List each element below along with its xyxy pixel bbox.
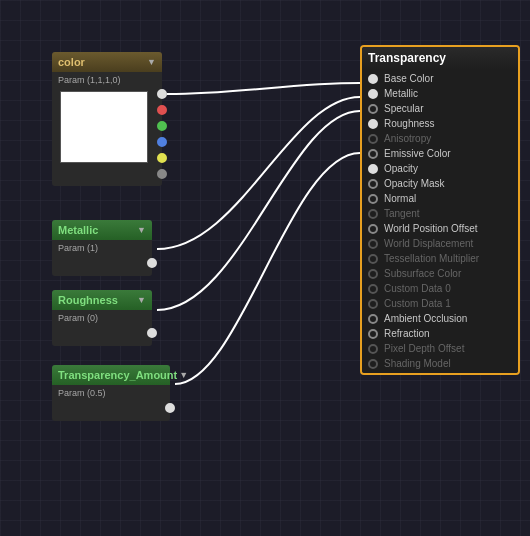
trans-input-shading[interactable]: Shading Model <box>362 356 518 371</box>
pin-refraction <box>368 329 378 339</box>
trans-input-ao[interactable]: Ambient Occlusion <box>362 311 518 326</box>
trans-input-emissive[interactable]: Emissive Color <box>362 146 518 161</box>
metallic-pin-out[interactable] <box>147 258 157 270</box>
transparency-amount-pin-out[interactable] <box>165 403 175 415</box>
transparency-node-header[interactable]: Transparency <box>362 47 518 69</box>
trans-input-tangent[interactable]: Tangent <box>362 206 518 221</box>
trans-input-metallic[interactable]: Metallic <box>362 86 518 101</box>
metallic-dropdown[interactable]: ▼ <box>137 225 146 235</box>
pin-opacity-mask <box>368 179 378 189</box>
pin-tess <box>368 254 378 264</box>
trans-input-opacity[interactable]: Opacity <box>362 161 518 176</box>
pin-roughness <box>368 119 378 129</box>
label-base-color: Base Color <box>384 73 433 84</box>
label-opacity-mask: Opacity Mask <box>384 178 445 189</box>
color-node-title: color <box>58 56 85 68</box>
roughness-node: Roughness ▼ Param (0) <box>52 290 152 346</box>
color-node-body: Param (1,1,1,0) <box>52 72 162 186</box>
pin-green-out[interactable] <box>157 121 167 133</box>
trans-input-custom1[interactable]: Custom Data 1 <box>362 296 518 311</box>
wire-color-basecolor <box>167 83 360 94</box>
pin-custom1 <box>368 299 378 309</box>
pin-opacity <box>368 164 378 174</box>
label-refraction: Refraction <box>384 328 430 339</box>
transparency-amount-node: Transparency_Amount ▼ Param (0.5) <box>52 365 170 421</box>
color-preview <box>60 91 148 163</box>
label-world-disp: World Displacement <box>384 238 473 249</box>
pin-specular <box>368 104 378 114</box>
trans-input-anisotropy[interactable]: Anisotropy <box>362 131 518 146</box>
label-metallic: Metallic <box>384 88 418 99</box>
trans-input-roughness[interactable]: Roughness <box>362 116 518 131</box>
trans-input-tess[interactable]: Tessellation Multiplier <box>362 251 518 266</box>
label-opacity: Opacity <box>384 163 418 174</box>
pin-white-out[interactable] <box>157 89 167 103</box>
label-subsurface: Subsurface Color <box>384 268 461 279</box>
pin-emissive <box>368 149 378 159</box>
pin-ao <box>368 314 378 324</box>
pin-blue-out[interactable] <box>157 137 167 149</box>
label-roughness: Roughness <box>384 118 435 129</box>
color-node-header[interactable]: color ▼ <box>52 52 162 72</box>
roughness-pin-out[interactable] <box>147 328 157 340</box>
roughness-subtitle: Param (0) <box>52 313 152 325</box>
pin-world-pos <box>368 224 378 234</box>
wire-opacity <box>175 153 360 384</box>
pin-custom0 <box>368 284 378 294</box>
label-ao: Ambient Occlusion <box>384 313 467 324</box>
label-normal: Normal <box>384 193 416 204</box>
pin-base-color <box>368 74 378 84</box>
roughness-node-body: Param (0) <box>52 310 152 346</box>
label-custom1: Custom Data 1 <box>384 298 451 309</box>
label-pixel-depth: Pixel Depth Offset <box>384 343 464 354</box>
wire-metallic <box>157 97 360 249</box>
transparency-amount-dropdown[interactable]: ▼ <box>179 370 188 380</box>
pin-gray-out[interactable] <box>157 169 167 181</box>
label-specular: Specular <box>384 103 423 114</box>
metallic-node-body: Param (1) <box>52 240 152 276</box>
pin-subsurface <box>368 269 378 279</box>
trans-input-refraction[interactable]: Refraction <box>362 326 518 341</box>
trans-input-subsurface[interactable]: Subsurface Color <box>362 266 518 281</box>
pin-pixel-depth <box>368 344 378 354</box>
trans-input-base-color[interactable]: Base Color <box>362 71 518 86</box>
pin-yellow-out[interactable] <box>157 153 167 165</box>
pin-normal <box>368 194 378 204</box>
trans-input-normal[interactable]: Normal <box>362 191 518 206</box>
transparency-node: Transparency Base Color Metallic Specula… <box>360 45 520 375</box>
label-tangent: Tangent <box>384 208 420 219</box>
trans-input-pixel-depth[interactable]: Pixel Depth Offset <box>362 341 518 356</box>
pin-red-out[interactable] <box>157 105 167 117</box>
transparency-node-body: Base Color Metallic Specular Roughness A… <box>362 69 518 373</box>
pin-tangent <box>368 209 378 219</box>
label-anisotropy: Anisotropy <box>384 133 431 144</box>
transparency-amount-subtitle: Param (0.5) <box>52 388 170 400</box>
metallic-subtitle: Param (1) <box>52 243 152 255</box>
pin-world-disp <box>368 239 378 249</box>
trans-input-custom0[interactable]: Custom Data 0 <box>362 281 518 296</box>
roughness-dropdown[interactable]: ▼ <box>137 295 146 305</box>
trans-input-specular[interactable]: Specular <box>362 101 518 116</box>
color-node-dropdown[interactable]: ▼ <box>147 57 156 67</box>
pin-metallic <box>368 89 378 99</box>
roughness-node-title: Roughness <box>58 294 118 306</box>
label-world-pos: World Position Offset <box>384 223 478 234</box>
trans-input-opacity-mask[interactable]: Opacity Mask <box>362 176 518 191</box>
transparency-amount-header[interactable]: Transparency_Amount ▼ <box>52 365 170 385</box>
transparency-amount-title: Transparency_Amount <box>58 369 177 381</box>
color-node-subtitle: Param (1,1,1,0) <box>52 75 162 87</box>
metallic-node: Metallic ▼ Param (1) <box>52 220 152 276</box>
metallic-node-title: Metallic <box>58 224 98 236</box>
transparency-node-title: Transparency <box>368 51 446 65</box>
roughness-node-header[interactable]: Roughness ▼ <box>52 290 152 310</box>
metallic-node-header[interactable]: Metallic ▼ <box>52 220 152 240</box>
label-emissive: Emissive Color <box>384 148 451 159</box>
color-node: color ▼ Param (1,1,1,0) <box>52 52 162 186</box>
wire-roughness <box>157 111 360 310</box>
transparency-amount-body: Param (0.5) <box>52 385 170 421</box>
label-custom0: Custom Data 0 <box>384 283 451 294</box>
label-shading: Shading Model <box>384 358 451 369</box>
trans-input-world-disp[interactable]: World Displacement <box>362 236 518 251</box>
pin-shading <box>368 359 378 369</box>
trans-input-world-pos[interactable]: World Position Offset <box>362 221 518 236</box>
